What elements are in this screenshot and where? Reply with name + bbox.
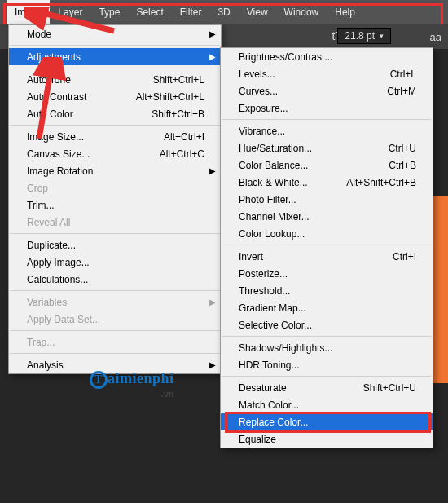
separator <box>222 376 432 377</box>
image-menu: Mode▶ Adjustments▶ Auto ToneShift+Ctrl+L… <box>8 24 222 374</box>
menu-layer[interactable]: Layer <box>50 0 90 24</box>
watermark: Taimienphi .vn <box>90 370 174 399</box>
separator <box>222 119 432 120</box>
submenu-arrow-icon: ▶ <box>209 360 216 369</box>
menu-item-levels[interactable]: Levels...Ctrl+L <box>221 65 433 82</box>
menu-item-color-lookup[interactable]: Color Lookup... <box>221 225 433 242</box>
menu-3d[interactable]: 3D <box>209 0 238 24</box>
separator <box>222 245 432 245</box>
menu-item-color-balance[interactable]: Color Balance...Ctrl+B <box>221 157 433 174</box>
menu-item-channel-mixer[interactable]: Channel Mixer... <box>221 208 433 225</box>
menu-item-threshold[interactable]: Threshold... <box>221 282 433 299</box>
menu-help[interactable]: Help <box>327 0 363 24</box>
separator <box>10 330 220 331</box>
menu-view[interactable]: View <box>239 0 276 24</box>
menu-item-black-white[interactable]: Black & White...Alt+Shift+Ctrl+B <box>221 174 433 191</box>
menu-item-crop: Crop <box>9 179 221 196</box>
separator <box>10 45 220 46</box>
separator <box>10 68 220 68</box>
separator <box>10 125 220 126</box>
menu-item-match-color[interactable]: Match Color... <box>221 396 433 413</box>
submenu-arrow-icon: ▶ <box>209 298 216 307</box>
menu-item-adjustments[interactable]: Adjustments▶ <box>9 48 221 65</box>
menu-item-brightness[interactable]: Brightness/Contrast... <box>221 48 433 65</box>
menu-item-curves[interactable]: Curves...Ctrl+M <box>221 82 433 99</box>
menu-item-equalize[interactable]: Equalize <box>221 430 433 448</box>
font-size-input[interactable]: 21.8 pt▾ <box>337 28 391 44</box>
menu-bar: Image Layer Type Select Filter 3D View W… <box>0 0 448 24</box>
submenu-arrow-icon: ▶ <box>209 29 216 38</box>
menu-item-variables: Variables▶ <box>9 293 221 311</box>
menu-item-reveal-all: Reveal All <box>9 214 221 231</box>
separator <box>222 336 432 337</box>
antialias-label: aa <box>430 31 441 43</box>
menu-item-selective-color[interactable]: Selective Color... <box>221 316 433 333</box>
menu-item-gradient-map[interactable]: Gradient Map... <box>221 299 433 316</box>
menu-item-auto-color[interactable]: Auto ColorShift+Ctrl+B <box>9 105 221 122</box>
menu-item-trap: Trap... <box>9 333 221 351</box>
menu-item-apply-data-set: Apply Data Set... <box>9 311 221 328</box>
menu-type[interactable]: Type <box>90 0 128 24</box>
menu-item-hdr-toning[interactable]: HDR Toning... <box>221 356 433 373</box>
menu-item-shadows-highlights[interactable]: Shadows/Highlights... <box>221 339 433 356</box>
menu-item-calculations[interactable]: Calculations... <box>9 271 221 288</box>
menu-item-auto-tone[interactable]: Auto ToneShift+Ctrl+L <box>9 71 221 88</box>
menu-image[interactable]: Image <box>7 0 50 24</box>
menu-item-vibrance[interactable]: Vibrance... <box>221 122 433 139</box>
submenu-arrow-icon: ▶ <box>209 52 216 61</box>
menu-item-desaturate[interactable]: DesaturateShift+Ctrl+U <box>221 379 433 396</box>
menu-item-replace-color[interactable]: Replace Color... <box>221 413 433 430</box>
menu-item-image-rotation[interactable]: Image Rotation▶ <box>9 162 221 179</box>
menu-item-hue-saturation[interactable]: Hue/Saturation...Ctrl+U <box>221 139 433 157</box>
menu-item-image-size[interactable]: Image Size...Alt+Ctrl+I <box>9 128 221 145</box>
separator <box>10 290 220 291</box>
menu-item-photo-filter[interactable]: Photo Filter... <box>221 191 433 208</box>
separator <box>10 233 220 234</box>
menu-item-posterize[interactable]: Posterize... <box>221 265 433 282</box>
menu-filter[interactable]: Filter <box>172 0 210 24</box>
menu-item-trim[interactable]: Trim... <box>9 196 221 214</box>
menu-item-apply-image[interactable]: Apply Image... <box>9 254 221 271</box>
watermark-logo-icon: T <box>90 371 108 389</box>
menu-select[interactable]: Select <box>128 0 171 24</box>
menu-item-duplicate[interactable]: Duplicate... <box>9 236 221 254</box>
menu-item-mode[interactable]: Mode▶ <box>9 25 221 42</box>
separator <box>10 353 220 354</box>
menu-item-exposure[interactable]: Exposure... <box>221 99 433 117</box>
adjustments-submenu: Brightness/Contrast... Levels...Ctrl+L C… <box>220 47 433 448</box>
menu-item-auto-contrast[interactable]: Auto ContrastAlt+Shift+Ctrl+L <box>9 88 221 105</box>
submenu-arrow-icon: ▶ <box>209 166 216 175</box>
menu-window[interactable]: Window <box>276 0 327 24</box>
menu-item-canvas-size[interactable]: Canvas Size...Alt+Ctrl+C <box>9 145 221 162</box>
menu-item-invert[interactable]: InvertCtrl+I <box>221 248 433 265</box>
